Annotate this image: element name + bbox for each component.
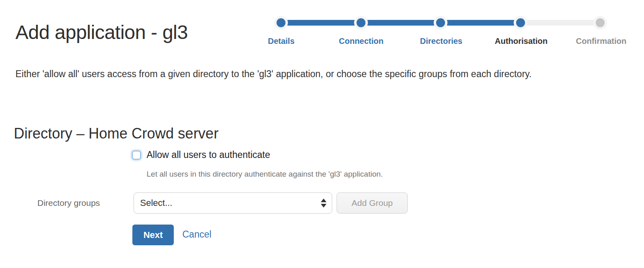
directory-section-heading: Directory – Home Crowd server: [14, 125, 218, 142]
progress-track-completed: [281, 20, 521, 26]
arrow-up-icon: [321, 199, 326, 202]
step-label-authorisation: Authorisation: [481, 37, 561, 46]
directory-groups-select[interactable]: Select...: [134, 192, 332, 214]
wizard-progress-stepper: Details Connection Directories Authorisa…: [241, 16, 641, 49]
directory-groups-label: Directory groups: [37, 198, 100, 208]
allow-all-row: Allow all users to authenticate: [132, 149, 270, 160]
step-dot-authorisation: [516, 18, 525, 27]
step-label-connection[interactable]: Connection: [321, 37, 401, 46]
add-application-wizard-page: Add application - gl3 Details Connection…: [0, 0, 644, 268]
step-label-confirmation: Confirmation: [561, 37, 641, 46]
allow-all-help-text: Let all users in this directory authenti…: [147, 170, 383, 179]
step-dot-details: [277, 18, 285, 27]
step-label-details[interactable]: Details: [241, 37, 321, 46]
next-button[interactable]: Next: [132, 225, 174, 245]
step-dot-directories: [436, 18, 445, 27]
arrow-down-icon: [321, 204, 326, 207]
step-labels: Details Connection Directories Authorisa…: [241, 37, 641, 46]
step-dot-confirmation: [596, 18, 605, 27]
cancel-link[interactable]: Cancel: [182, 229, 212, 240]
add-group-button[interactable]: Add Group: [337, 192, 408, 214]
intro-text: Either 'allow all' users access from a g…: [15, 66, 597, 82]
select-updown-icon: [321, 199, 326, 207]
allow-all-checkbox[interactable]: [132, 151, 141, 160]
directory-groups-select-value: Select...: [140, 198, 172, 208]
step-dot-connection: [357, 18, 365, 27]
allow-all-label: Allow all users to authenticate: [147, 149, 270, 160]
step-label-directories[interactable]: Directories: [401, 37, 481, 46]
page-title: Add application - gl3: [15, 21, 188, 43]
